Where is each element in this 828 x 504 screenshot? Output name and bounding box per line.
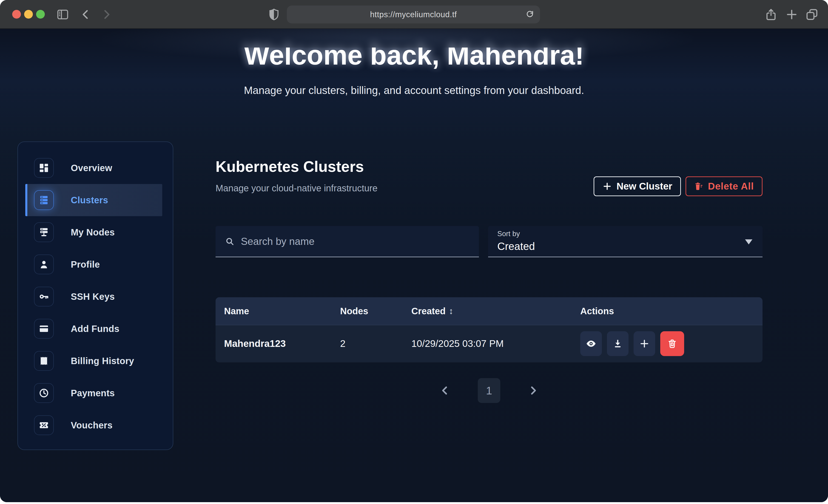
- sidebar-nav: Overview Clusters: [17, 141, 173, 450]
- cluster-created-cell: 10/29/2025 03:07 PM: [411, 338, 580, 349]
- receipt-icon: [34, 351, 54, 371]
- zoom-window-button[interactable]: [36, 10, 45, 18]
- column-header-created[interactable]: Created ↕: [411, 306, 580, 316]
- sidebar-item-label: Overview: [71, 163, 112, 173]
- sort-label: Sort by: [497, 230, 520, 238]
- credit-card-icon: [34, 319, 54, 339]
- privacy-shield-icon[interactable]: [267, 8, 281, 22]
- sidebar-item-profile[interactable]: Profile: [25, 248, 162, 281]
- sidebar-item-add-funds[interactable]: Add Funds: [25, 312, 162, 345]
- reload-icon[interactable]: [525, 9, 535, 19]
- download-icon: [613, 338, 623, 349]
- main-content: Kubernetes Clusters Manage your cloud-na…: [215, 29, 762, 502]
- table-header-row: Name Nodes Created ↕ Actions: [215, 297, 762, 325]
- sidebar-item-label: My Nodes: [71, 227, 115, 238]
- next-page-button[interactable]: [528, 385, 538, 396]
- clusters-table: Name Nodes Created ↕ Actions Mahendra123…: [215, 297, 762, 363]
- new-cluster-label: New Cluster: [617, 181, 672, 192]
- search-field[interactable]: [215, 226, 479, 257]
- user-icon: [34, 255, 54, 274]
- search-input[interactable]: [241, 236, 479, 247]
- column-header-actions: Actions: [580, 306, 762, 316]
- row-actions: [580, 331, 762, 356]
- chevron-right-icon: [528, 385, 538, 396]
- view-cluster-button[interactable]: [580, 331, 602, 356]
- plus-icon: [639, 338, 650, 349]
- trash-icon: [667, 338, 677, 349]
- dashboard-icon: [34, 158, 54, 178]
- sidebar-toggle-icon[interactable]: [56, 8, 70, 22]
- plus-icon: [602, 181, 612, 191]
- ticket-icon: [34, 415, 54, 435]
- forward-icon[interactable]: [99, 8, 113, 22]
- sidebar-item-my-nodes[interactable]: My Nodes: [25, 216, 162, 248]
- sidebar-item-overview[interactable]: Overview: [25, 152, 162, 184]
- sidebar-item-label: Vouchers: [71, 420, 113, 430]
- sidebar-item-label: Billing History: [71, 356, 134, 366]
- nodes-icon: [34, 222, 54, 242]
- section-title: Kubernetes Clusters: [215, 158, 364, 175]
- new-cluster-button[interactable]: New Cluster: [593, 176, 681, 196]
- table-row: Mahendra123 2 10/29/2025 03:07 PM: [215, 325, 762, 362]
- column-header-nodes: Nodes: [340, 306, 411, 316]
- minimize-window-button[interactable]: [24, 10, 33, 18]
- clock-icon: [34, 383, 54, 403]
- download-kubeconfig-button[interactable]: [607, 331, 628, 356]
- close-window-button[interactable]: [12, 10, 21, 18]
- cluster-name-cell: Mahendra123: [224, 338, 340, 349]
- sidebar-item-billing-history[interactable]: Billing History: [25, 345, 162, 377]
- cluster-nodes-cell: 2: [340, 338, 411, 349]
- servers-icon: [34, 190, 54, 210]
- share-icon[interactable]: [764, 8, 778, 22]
- delete-all-label: Delete All: [708, 181, 754, 192]
- sidebar-item-label: Clusters: [71, 195, 108, 205]
- pagination: 1: [215, 378, 762, 403]
- add-node-button[interactable]: [633, 331, 655, 356]
- sort-updown-icon[interactable]: ↕: [449, 306, 453, 316]
- sidebar-item-payments[interactable]: Payments: [25, 377, 162, 409]
- column-header-name: Name: [224, 306, 340, 316]
- sidebar-item-ssh-keys[interactable]: SSH Keys: [25, 281, 162, 312]
- new-tab-icon[interactable]: [785, 8, 798, 22]
- section-subtitle: Manage your cloud-native infrastructure: [215, 183, 378, 194]
- back-icon[interactable]: [79, 8, 93, 22]
- chevron-left-icon: [440, 385, 450, 396]
- key-icon: [34, 287, 54, 306]
- page-number-button[interactable]: 1: [478, 378, 500, 403]
- delete-cluster-button[interactable]: [660, 331, 684, 356]
- chevron-down-icon: [745, 239, 752, 244]
- search-icon: [225, 237, 235, 247]
- tab-overview-icon[interactable]: [805, 8, 819, 22]
- address-bar[interactable]: https://myceliumcloud.tf: [287, 5, 540, 24]
- browser-toolbar: https://myceliumcloud.tf: [0, 0, 828, 29]
- previous-page-button[interactable]: [440, 385, 450, 396]
- url-text: https://myceliumcloud.tf: [370, 10, 457, 19]
- eye-icon: [586, 338, 596, 349]
- browser-window: https://myceliumcloud.tf: [0, 0, 828, 502]
- sidebar-item-label: Payments: [71, 388, 115, 398]
- trash-lines-icon: [694, 182, 703, 191]
- sidebar-item-label: Add Funds: [71, 324, 120, 334]
- sidebar-item-vouchers[interactable]: Vouchers: [25, 409, 162, 441]
- sort-selected-value: Created: [497, 240, 535, 252]
- sidebar-item-clusters[interactable]: Clusters: [25, 184, 162, 216]
- sidebar-item-label: Profile: [71, 259, 100, 270]
- sidebar-item-label: SSH Keys: [71, 292, 115, 302]
- page-content: Welcome back, Mahendra! Welcome back, Ma…: [0, 29, 828, 502]
- delete-all-button[interactable]: Delete All: [686, 176, 762, 196]
- sort-dropdown[interactable]: Sort by Created: [488, 226, 762, 257]
